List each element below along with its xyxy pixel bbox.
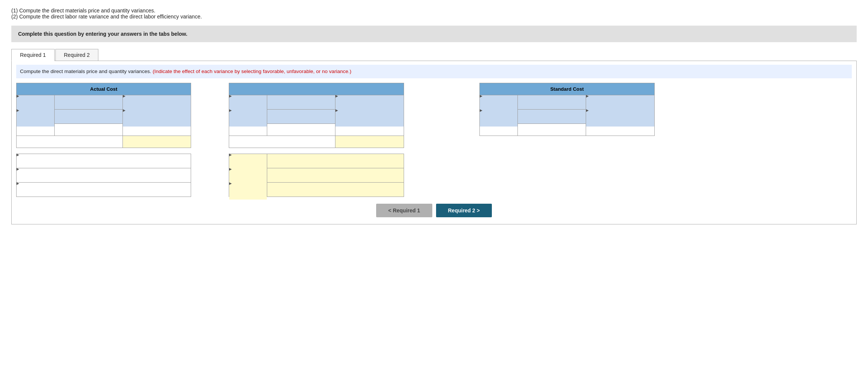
tab-content: Compute the direct materials price and q… [11, 61, 857, 224]
var-r2-c2-input[interactable] [267, 168, 404, 182]
total-row [17, 136, 852, 148]
ac-r3c2-input[interactable] [55, 124, 122, 136]
var-r1-label[interactable] [17, 154, 191, 168]
sc-r1c2-input[interactable] [518, 95, 586, 109]
var-row-1 [17, 154, 852, 168]
header-row: Actual Cost Standard Cost [17, 83, 852, 95]
ac-r3c3[interactable] [123, 124, 191, 136]
sc-r3c2-input[interactable] [518, 124, 586, 136]
var-r1-c1[interactable] [229, 154, 267, 168]
ac-r3c2[interactable] [54, 124, 122, 136]
sc-r2c2-input[interactable] [518, 110, 586, 124]
sc-r1c1-input[interactable] [480, 98, 517, 112]
mid-r1c2-input[interactable] [267, 95, 335, 109]
mid-r3c2[interactable] [267, 124, 335, 136]
mid-total-input[interactable] [335, 136, 403, 148]
var-r3-c2[interactable] [267, 183, 404, 197]
ac-r3c1-input[interactable] [17, 124, 54, 136]
var-r2-c1-input[interactable] [229, 171, 267, 185]
instruction-line1: (1) Compute the direct materials price a… [11, 8, 857, 14]
ac-r2c2[interactable] [54, 110, 122, 124]
var-r3-label-input[interactable] [17, 186, 191, 200]
ac-r1c3-input[interactable] [123, 98, 191, 112]
mid-total-val[interactable] [335, 136, 404, 148]
sc-r1c1[interactable] [480, 95, 518, 110]
tab-required2[interactable]: Required 2 [55, 49, 99, 61]
sc-r1c3[interactable] [586, 95, 654, 110]
mid-r3c3[interactable] [335, 124, 404, 136]
middle-header [229, 83, 404, 95]
ac-total-val[interactable] [123, 136, 191, 148]
ac-r1c2[interactable] [54, 95, 122, 110]
mid-r1c1-input[interactable] [229, 98, 267, 112]
var-r1-c2-input[interactable] [267, 154, 404, 168]
sc-r2c2[interactable] [517, 110, 586, 124]
compute-instruction: Compute the direct materials price and q… [16, 65, 852, 78]
ac-total-label [17, 136, 123, 148]
tabs-row: Required 1 Required 2 [11, 49, 857, 61]
data-row-3 [17, 124, 852, 136]
bottom-nav: < Required 1 Required 2 > [16, 204, 852, 217]
var-r2-c2[interactable] [267, 168, 404, 183]
mid-r1c3-input[interactable] [335, 98, 403, 112]
sc-r1c2[interactable] [517, 95, 586, 110]
mid-r3c1-input[interactable] [229, 124, 267, 136]
next-button[interactable]: Required 2 > [436, 204, 492, 217]
mid-r1c3[interactable] [335, 95, 404, 110]
tab-required1[interactable]: Required 1 [11, 49, 55, 61]
mid-r3c1[interactable] [229, 124, 267, 136]
var-r2-label-input[interactable] [17, 171, 191, 185]
var-r1-label-input[interactable] [17, 157, 191, 171]
standard-cost-header: Standard Cost [480, 83, 654, 95]
ac-r2c2-input[interactable] [55, 110, 122, 124]
top-grid: Actual Cost Standard Cost [16, 83, 852, 197]
ac-r1c1[interactable] [17, 95, 55, 110]
mid-r2c2[interactable] [267, 110, 335, 124]
sc-r3c1-input[interactable] [480, 124, 517, 136]
sc-r1c3-input[interactable] [586, 98, 654, 112]
var-r3-c1-input[interactable] [229, 186, 267, 200]
var-r3-c2-input[interactable] [267, 183, 404, 197]
prev-button[interactable]: < Required 1 [376, 204, 432, 217]
mid-total-label [229, 136, 335, 148]
sc-r3c3-input[interactable] [586, 124, 654, 136]
banner: Complete this question by entering your … [11, 26, 857, 42]
mid-r1c2[interactable] [267, 95, 335, 110]
mid-r1c1[interactable] [229, 95, 267, 110]
ac-r3c3-input[interactable] [123, 124, 191, 136]
sc-r3c3[interactable] [586, 124, 654, 136]
mid-r3c3-input[interactable] [335, 124, 403, 136]
actual-cost-header: Actual Cost [17, 83, 191, 95]
ac-r1c1-input[interactable] [17, 98, 54, 112]
instruction-line2: (2) Compute the direct labor rate varian… [11, 14, 857, 20]
ac-total-input[interactable] [123, 136, 191, 148]
data-row-1 [17, 95, 852, 110]
instructions: (1) Compute the direct materials price a… [11, 8, 857, 20]
sc-r3c2[interactable] [517, 124, 586, 136]
spacer-row [17, 148, 852, 154]
sc-r3c1[interactable] [480, 124, 518, 136]
mid-r3c2-input[interactable] [267, 124, 335, 136]
var-r1-c2[interactable] [267, 154, 404, 168]
ac-r1c2-input[interactable] [55, 95, 122, 109]
ac-r3c1[interactable] [17, 124, 55, 136]
mid-r2c2-input[interactable] [267, 110, 335, 124]
var-r1-c1-input[interactable] [229, 157, 267, 171]
ac-r1c3[interactable] [123, 95, 191, 110]
